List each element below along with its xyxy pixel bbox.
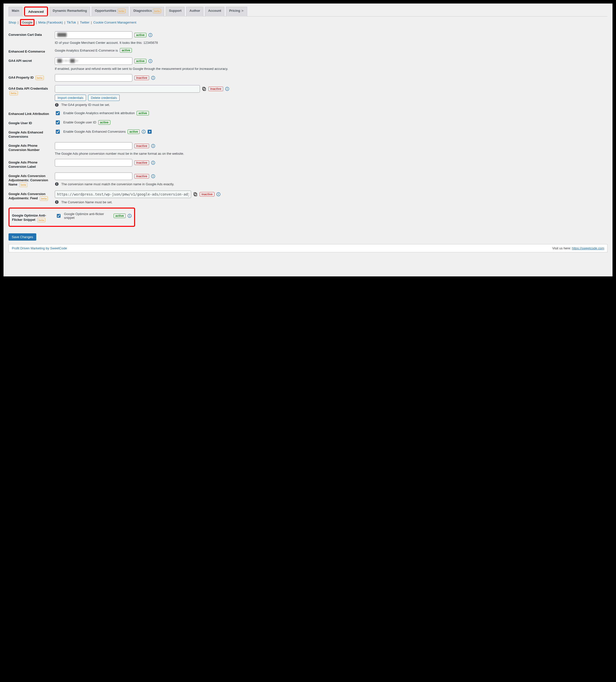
svg-point-32 <box>56 183 57 183</box>
label-convadj-name: Google Ads Conversion Adjustments: Conve… <box>8 173 55 187</box>
input-convadj-feed <box>55 190 191 198</box>
subtab-twitter[interactable]: Twitter <box>80 21 89 24</box>
info-icon[interactable] <box>225 87 229 91</box>
svg-rect-8 <box>153 77 153 78</box>
status-badge: inactive <box>134 160 149 165</box>
label-ga4-creds: GA4 Data API Credentials beta <box>8 85 55 95</box>
svg-rect-2 <box>150 35 151 36</box>
main-tabs: Main Advanced Dynamic Remarketing Opport… <box>8 6 608 17</box>
input-phone-label[interactable] <box>55 159 132 166</box>
input-ga4-creds <box>55 85 200 93</box>
svg-rect-34 <box>194 193 197 196</box>
text-enh-conv: Enable Google Ads Enhanced Conversions <box>63 130 126 133</box>
tab-support[interactable]: Support <box>166 7 185 17</box>
svg-point-4 <box>150 60 151 60</box>
tab-dynamic[interactable]: Dynamic Remarketing <box>50 7 90 17</box>
label-enh-conv: Google Ads Enhanced Conversions <box>8 129 55 139</box>
svg-rect-9 <box>203 88 206 91</box>
footer-right: Visit us here: https://sweetcode.com <box>552 246 604 250</box>
status-badge: active <box>127 130 140 134</box>
input-ga4-prop[interactable] <box>55 74 132 82</box>
info-icon[interactable] <box>151 161 155 165</box>
beta-badge: beta <box>153 9 161 13</box>
checkbox-enh-conv[interactable] <box>56 130 60 134</box>
copy-icon[interactable] <box>202 87 207 91</box>
info-solid-icon <box>55 182 59 186</box>
svg-point-12 <box>227 88 228 88</box>
subtab-google[interactable]: Google <box>22 21 32 24</box>
info-solid-icon <box>55 200 59 204</box>
subtab-cookie[interactable]: Cookie Consent Management <box>93 21 136 24</box>
info-icon[interactable] <box>151 76 155 80</box>
input-phone-num[interactable] <box>55 142 132 150</box>
subtab-shop[interactable]: Shop <box>8 21 16 24</box>
checkbox-link-attr[interactable] <box>56 111 60 115</box>
svg-point-15 <box>56 104 57 104</box>
subtab-tiktok[interactable]: TikTok <box>67 21 76 24</box>
tab-author[interactable]: Author <box>186 7 204 17</box>
import-credentials-button[interactable]: Import credentials <box>55 95 86 101</box>
info-icon[interactable] <box>142 130 146 134</box>
warning-ga4-creds: The GA4 property ID must be set. <box>55 103 608 107</box>
beta-badge: beta <box>35 76 44 80</box>
info-icon[interactable] <box>127 214 132 218</box>
info-icon[interactable] <box>151 144 155 148</box>
help-conv-cart: ID of your Google Merchant Center accoun… <box>55 41 608 45</box>
checkbox-anti-flicker[interactable] <box>57 214 61 218</box>
footer-right-link[interactable]: https://sweetcode.com <box>572 246 604 250</box>
svg-point-18 <box>143 131 144 131</box>
label-ga4-secret: GA4 API secret <box>8 57 55 63</box>
info-icon[interactable] <box>148 33 152 37</box>
footer-left-link[interactable]: Profit Driven Marketing by SweetCode <box>12 246 67 250</box>
text-enh-ecom: Google Analytics Enhanced E-Commerce is <box>55 49 118 52</box>
label-anti-flicker: Google Optimize Anti-Flicker Snippet bet… <box>12 212 56 222</box>
text-link-attr: Enable Google Analytics enhanced link at… <box>63 111 135 115</box>
svg-rect-27 <box>153 162 153 164</box>
svg-point-7 <box>153 76 153 77</box>
tab-opportunities[interactable]: Opportunitiesbeta <box>92 7 128 17</box>
info-icon[interactable] <box>216 192 220 196</box>
label-enh-ecom: Enhanced E-Commerce <box>8 48 55 54</box>
status-badge: active <box>134 33 146 37</box>
svg-rect-38 <box>218 194 219 195</box>
play-icon[interactable] <box>148 130 151 134</box>
status-badge: inactive <box>134 144 149 148</box>
label-user-id: Google User ID <box>8 120 55 126</box>
svg-point-23 <box>153 145 153 145</box>
tab-pricing[interactable]: Pricing➤ <box>226 7 247 17</box>
highlight-subtab-google: Google <box>20 19 34 26</box>
highlight-anti-flicker: Google Optimize Anti-Flicker Snippet bet… <box>8 208 135 227</box>
svg-rect-33 <box>56 184 57 185</box>
beta-badge: beta <box>37 218 46 222</box>
copy-icon[interactable] <box>193 192 198 197</box>
info-icon[interactable] <box>148 59 152 63</box>
text-user-id: Enable Google user ID <box>63 120 96 124</box>
input-convadj-name[interactable] <box>55 173 132 180</box>
arrow-right-icon: ➤ <box>241 9 244 13</box>
tab-main[interactable]: Main <box>8 7 23 17</box>
checkbox-user-id[interactable] <box>56 120 60 124</box>
status-badge: active <box>137 111 149 115</box>
subtab-meta[interactable]: Meta (Facebook) <box>38 21 63 24</box>
svg-rect-30 <box>153 176 153 177</box>
label-phone-label: Google Ads Phone Conversion Label <box>8 159 55 169</box>
tab-diagnostics[interactable]: Diagnosticsbeta <box>130 7 164 17</box>
beta-badge: beta <box>40 196 48 201</box>
save-button[interactable]: Save Changes <box>8 233 36 241</box>
status-badge: inactive <box>200 192 214 197</box>
label-phone-num: Google Ads Phone Conversion Number <box>8 142 55 152</box>
status-badge: active <box>98 120 110 125</box>
info-solid-icon <box>55 103 59 107</box>
svg-rect-16 <box>56 105 57 106</box>
status-badge: active <box>134 59 146 63</box>
svg-point-1 <box>150 34 151 35</box>
svg-point-43 <box>129 215 130 215</box>
tab-account[interactable]: Account <box>205 7 224 17</box>
status-badge: inactive <box>208 87 223 91</box>
info-icon[interactable] <box>151 174 155 178</box>
svg-rect-24 <box>153 146 153 147</box>
warning-convadj-feed: The Conversion Name must be set. <box>55 200 608 204</box>
svg-rect-35 <box>194 192 196 195</box>
delete-credentials-button[interactable]: Delete credentials <box>88 95 120 101</box>
tab-advanced[interactable]: Advanced <box>25 8 47 16</box>
